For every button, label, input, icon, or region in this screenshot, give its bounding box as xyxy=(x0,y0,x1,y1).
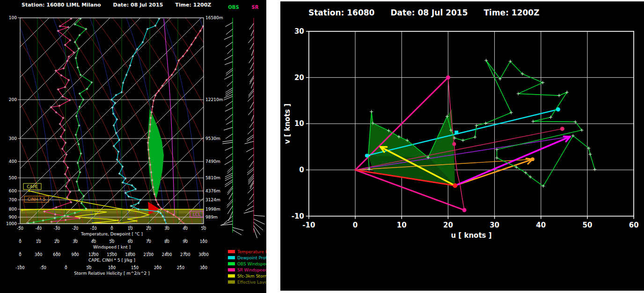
svg-text:900: 900 xyxy=(9,215,17,220)
svg-text:10: 10 xyxy=(397,221,407,229)
svg-text:-30: -30 xyxy=(53,226,60,231)
svg-text:5810m: 5810m xyxy=(205,176,220,180)
svg-text:2100: 2100 xyxy=(144,252,154,257)
sr-barb-column xyxy=(244,18,265,238)
legend-label: OBS Windspeed Pr xyxy=(237,262,266,266)
svg-text:60: 60 xyxy=(128,239,133,244)
svg-text:-100: -100 xyxy=(15,265,24,270)
svg-text:100: 100 xyxy=(108,265,116,270)
svg-text:30: 30 xyxy=(490,221,499,229)
svg-text:12210m: 12210m xyxy=(205,97,223,102)
svg-text:Storm Relative Helicity [ m^2/: Storm Relative Helicity [ m^2/s^2 ] xyxy=(74,271,149,276)
svg-text:1200: 1200 xyxy=(88,252,99,257)
svg-text:3124m: 3124m xyxy=(205,198,220,202)
svg-text:300: 300 xyxy=(9,136,17,141)
svg-text:-10: -10 xyxy=(302,221,315,229)
svg-text:0: 0 xyxy=(19,252,21,257)
svg-text:20: 20 xyxy=(54,239,59,244)
svg-text:2700: 2700 xyxy=(180,252,190,257)
svg-text:0: 0 xyxy=(65,265,67,270)
pressure-axis: 10016580m20012210m3009530m4007490m500581… xyxy=(6,15,223,226)
svg-text:16580m: 16580m xyxy=(205,15,223,20)
svg-text:50: 50 xyxy=(110,239,115,244)
hodo-marker xyxy=(453,183,457,188)
hodo-marker xyxy=(462,208,467,212)
skewt-legend: Temperature ProfileDewpoint ProfileOBS W… xyxy=(228,249,266,284)
legend-item: Effective Layer (CA xyxy=(228,280,266,284)
svg-text:0: 0 xyxy=(299,166,304,174)
legend-swatch xyxy=(228,274,235,278)
svg-text:LCL: LCL xyxy=(193,212,200,217)
skewt-background xyxy=(0,18,266,225)
legend-swatch xyxy=(228,250,235,253)
svg-text:100: 100 xyxy=(9,15,17,20)
legend-item: Temperature Profile xyxy=(228,249,266,254)
svg-text:70: 70 xyxy=(146,239,151,244)
svg-text:600: 600 xyxy=(53,252,60,257)
svg-text:20: 20 xyxy=(294,73,304,82)
svg-text:50: 50 xyxy=(87,265,92,270)
skewt-time-label: Time: 1200Z xyxy=(175,2,211,8)
svg-text:150: 150 xyxy=(131,265,139,270)
svg-text:-20: -20 xyxy=(72,226,79,231)
svg-text:900: 900 xyxy=(71,252,79,257)
hodo-marker xyxy=(365,154,369,157)
svg-text:30: 30 xyxy=(73,239,78,244)
svg-text:400: 400 xyxy=(9,159,17,164)
hodo-marker xyxy=(446,75,450,80)
hodograph-plot: -1001020304050603020100-10u [ knots ]v [… xyxy=(280,1,644,291)
svg-text:300: 300 xyxy=(200,265,207,270)
svg-text:10: 10 xyxy=(128,226,133,231)
svg-text:20: 20 xyxy=(146,226,151,231)
svg-text:4376m: 4376m xyxy=(205,189,220,193)
svg-text:3000: 3000 xyxy=(198,252,209,257)
svg-text:20: 20 xyxy=(443,221,453,229)
svg-text:80: 80 xyxy=(164,239,169,244)
svg-text:10: 10 xyxy=(294,119,304,128)
skewt-title: Station: 16080 LIML Milano Date: 08 Jul … xyxy=(22,2,211,8)
svg-text:200: 200 xyxy=(9,97,17,102)
svg-text:-50: -50 xyxy=(40,265,46,270)
hodograph-title: Station: 16080 Date: 08 Jul 2015 Time: 1… xyxy=(308,8,540,17)
svg-text:100: 100 xyxy=(200,239,207,244)
skewt-panel: 10016580m20012210m3009530m4007490m500581… xyxy=(0,0,266,293)
svg-text:CAPE, CINH * 5 [ J/kg ]: CAPE, CINH * 5 [ J/kg ] xyxy=(88,258,135,263)
magenta-shear-vector xyxy=(455,136,570,185)
svg-text:50: 50 xyxy=(583,221,593,229)
hodo-marker xyxy=(556,107,560,111)
svg-text:800: 800 xyxy=(9,207,17,212)
svg-text:0: 0 xyxy=(19,239,21,244)
obs-barb-column-label: OBS xyxy=(227,5,240,10)
annotation-box-cinh-5: CINH * 5 xyxy=(24,196,49,202)
hodograph-date-label: Date: 08 Jul 2015 xyxy=(390,8,468,17)
svg-text:40: 40 xyxy=(91,239,96,244)
hodograph-time-label: Time: 1200Z xyxy=(483,8,539,17)
legend-label: Dewpoint Profile xyxy=(237,256,266,260)
svg-text:CINH * 5: CINH * 5 xyxy=(28,197,45,202)
annotation-box-cape: CAPE xyxy=(23,183,41,190)
svg-text:CAPE: CAPE xyxy=(27,184,38,189)
legend-swatch xyxy=(228,262,235,265)
legend-item: OBS Windspeed Pr xyxy=(228,262,266,266)
hodo-marker xyxy=(452,142,456,146)
svg-text:9530m: 9530m xyxy=(205,136,220,141)
svg-text:1000: 1000 xyxy=(6,221,17,226)
legend-swatch xyxy=(228,280,235,284)
svg-text:2400: 2400 xyxy=(162,252,172,257)
svg-text:1500: 1500 xyxy=(107,252,117,257)
svg-text:90: 90 xyxy=(183,239,188,244)
legend-label: Effective Layer (CA xyxy=(237,280,266,285)
skewt-date-label: Date: 08 Jul 2015 xyxy=(113,2,163,8)
svg-text:10: 10 xyxy=(36,239,41,244)
hodo-marker xyxy=(531,157,534,161)
svg-text:600: 600 xyxy=(9,189,17,193)
sr-barb-column-label: SR xyxy=(249,5,261,10)
svg-text:-10: -10 xyxy=(292,212,304,220)
obs-windspeed-profile xyxy=(27,18,93,225)
svg-text:50: 50 xyxy=(201,226,206,231)
legend-label: Sfc-3km Storm Rela xyxy=(237,274,266,278)
svg-text:60: 60 xyxy=(629,221,639,229)
svg-text:-10: -10 xyxy=(90,226,97,231)
svg-text:250: 250 xyxy=(177,265,184,270)
legend-item: SR Windspeed Pro xyxy=(228,268,266,272)
